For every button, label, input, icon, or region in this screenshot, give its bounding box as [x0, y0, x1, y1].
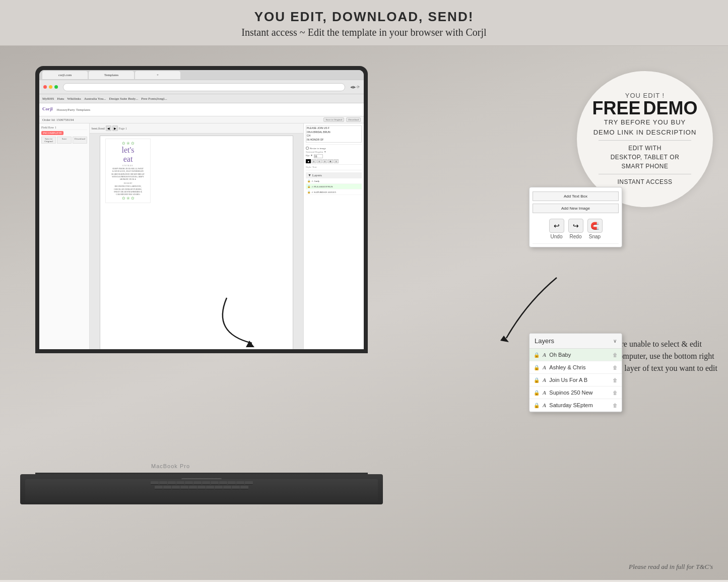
laptop: corjl.com Templates + ◀ ▶ ⟳ MyRHS Hutu W…: [20, 66, 383, 504]
menu-preview: ✿ ❀ ✿ let'seat entree CRISPY PEKING DUCK…: [105, 139, 151, 203]
redo-tool[interactable]: ↪ Redo: [568, 219, 583, 239]
layers-panel: Layers ∨ 🔒 A Oh Baby 🗑 🔒 A Ashley & Chri…: [529, 333, 622, 412]
ag-1[interactable]: Save toOriginal: [41, 137, 56, 144]
layer-delete-5[interactable]: 🗑: [613, 403, 618, 408]
add-text-box-button[interactable]: Add Text Box: [533, 191, 619, 201]
dot-green: [54, 85, 58, 89]
floral-bottom: ✿ ❀ ✿: [108, 196, 148, 201]
ag-3[interactable]: Download: [73, 137, 87, 144]
layer-item-saturday[interactable]: 🔒 A Saturday SEptem 🗑: [530, 399, 622, 412]
key: [159, 481, 167, 485]
undo-icon: ↩: [549, 219, 564, 233]
header-subtitle: Instant access ~ Edit the template in yo…: [0, 27, 728, 38]
demo-divider-2: [599, 174, 691, 174]
key: [206, 486, 214, 489]
order-bar: Order Id: 1509758194 Save to Original Do…: [39, 116, 364, 123]
keyboard-rows: [25, 479, 378, 492]
ct-btn-1[interactable]: ◀: [106, 125, 111, 131]
demo-instant-text: INSTANT ACCESS: [617, 177, 672, 186]
resize-image: Resize to image: [306, 147, 362, 150]
layer-name-oh-baby: Oh Baby: [549, 352, 610, 358]
center-toolbar: best.food ◀ ▶ Page 1: [90, 123, 303, 134]
resize-checkbox[interactable]: [306, 147, 309, 150]
bookmark-3: Wikilinks: [67, 97, 81, 101]
style-text-label: Style: Text: [306, 164, 362, 168]
page-info: Page 1: [119, 127, 127, 130]
browser-bookmarks: MyRHS Hutu Wikilinks Australia You... De…: [39, 94, 364, 103]
key: [180, 486, 188, 489]
color-black[interactable]: ■: [306, 159, 311, 163]
right-panel-screen: PLEASE JOIN US FON A BRIDAL BRUNCHIN HON…: [303, 123, 364, 349]
layer-name-saturday: Saturday SEptem: [549, 402, 610, 408]
browser-tab-2[interactable]: Templates: [89, 71, 134, 79]
key: [202, 481, 210, 485]
key: [228, 481, 236, 485]
ml-lock-2: 🔒: [307, 185, 310, 188]
layer-delete-2[interactable]: 🗑: [613, 365, 618, 370]
key: [215, 486, 223, 489]
layer-name-supinos: Supinos 250 New: [549, 390, 610, 396]
download-btn[interactable]: Download: [346, 117, 361, 122]
bookmark-4: Australia You...: [84, 97, 106, 101]
undo-tool[interactable]: ↩ Undo: [549, 219, 564, 239]
align-left[interactable]: ≡: [311, 159, 316, 163]
key: [193, 481, 202, 485]
browser-tabs: corjl.com Templates +: [39, 70, 364, 80]
save-original[interactable]: Save to Original: [323, 117, 344, 122]
bookmark-1: MyRHS: [42, 97, 54, 101]
demo-free-text: FREE: [592, 99, 640, 117]
demo-edit-with-text: EDIT WITHDESKTOP, TABLET ORSMART PHONE: [611, 144, 680, 171]
order-id: Order Id: 1509758194: [42, 118, 74, 122]
snap-label: Snap: [589, 234, 601, 239]
dot-yellow: [49, 85, 52, 89]
main-content: corjl.com Templates + ◀ ▶ ⟳ MyRHS Hutu W…: [0, 46, 728, 580]
layer-lock-2: 🔒: [534, 365, 540, 370]
menu-title-preview: let'seat: [108, 146, 148, 163]
ml-name-3: SATURDAY AUGU5: [314, 191, 336, 193]
layer-delete-3[interactable]: 🗑: [613, 377, 618, 383]
rp-text-content[interactable]: PLEASE JOIN US FON A BRIDAL BRUNCHIN HON…: [306, 125, 362, 143]
layer-item-join[interactable]: 🔒 A Join Us For A B 🗑: [530, 374, 622, 386]
ct-btn-2[interactable]: ▶: [112, 125, 118, 131]
italic-btn[interactable]: I: [334, 159, 339, 163]
url-bar[interactable]: [63, 83, 345, 91]
add-new-image-button[interactable]: Add New Image: [533, 204, 619, 213]
corjl-logo: Corjl: [42, 106, 53, 111]
mini-layer-saturday[interactable]: 🔒 A SATURDAY AUGU5: [306, 189, 362, 195]
demo-try-before: TRY BEFORE YOU BUY: [604, 117, 686, 127]
tool-buttons: ↩ Undo ↪ Redo 🧲 Snap: [533, 215, 619, 244]
keyboard: [25, 479, 378, 502]
redo-label: Redo: [570, 234, 582, 239]
layer-name-ashley: Ashley & Chris: [549, 364, 610, 370]
layer-lock-4: 🔒: [534, 390, 540, 396]
layer-type-3: A: [543, 377, 546, 383]
size-input[interactable]: [314, 154, 323, 158]
action-grid: Save toOriginal Save Download: [41, 137, 87, 144]
layer-item-oh-baby[interactable]: 🔒 A Oh Baby 🗑: [530, 349, 622, 361]
align-right[interactable]: ≡: [322, 159, 327, 163]
snap-tool[interactable]: 🧲 Snap: [587, 219, 603, 239]
key: [151, 481, 159, 485]
browser-tab-1[interactable]: corjl.com: [42, 71, 88, 79]
header-banner: YOU EDIT, DOWNLOAD, SEND! Instant access…: [0, 0, 728, 46]
layer-delete-4[interactable]: 🗑: [613, 390, 618, 396]
ag-2[interactable]: Save: [57, 137, 72, 144]
browser-tab-3[interactable]: +: [135, 71, 180, 79]
layer-lock-1: 🔒: [534, 352, 540, 358]
mini-layer-andy[interactable]: 🔒 A Andy: [306, 178, 362, 184]
layer-item-supinos[interactable]: 🔒 A Supinos 250 New 🗑: [530, 386, 622, 399]
mini-layer-please[interactable]: 🔒 A PLEASEJOYNUS: [306, 184, 362, 189]
ml-type-3: A: [311, 191, 313, 193]
nav-templates: HoozeyParty Templates: [57, 108, 91, 112]
layer-item-ashley[interactable]: 🔒 A Ashley & Chris 🗑: [530, 361, 622, 374]
align-center[interactable]: ≡: [317, 159, 322, 163]
resize-label: Resize to image: [310, 147, 326, 150]
undo-label: Undo: [551, 234, 563, 239]
key: [163, 486, 171, 489]
laptop-base: MacBook Pro: [20, 474, 383, 504]
ml-lock-1: 🔒: [307, 179, 310, 182]
bold-btn[interactable]: B: [328, 159, 333, 163]
ml-type-1: A: [311, 180, 313, 182]
key-row-2: [26, 486, 377, 489]
layer-delete-1[interactable]: 🗑: [613, 352, 618, 358]
